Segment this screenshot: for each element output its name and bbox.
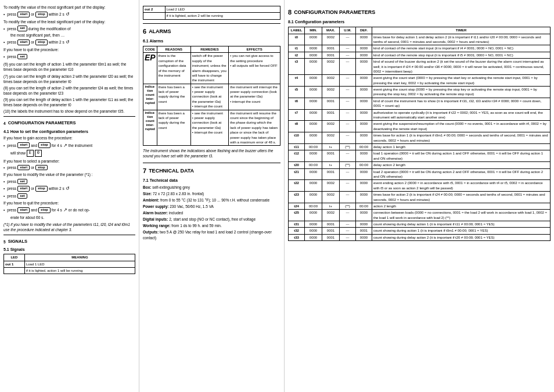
sec4-1-title: 4.1 How to set the configuration paramet… [3, 129, 135, 135]
start-button-ref: start [17, 12, 30, 17]
intro-text-2: To modify the value of the least signifi… [3, 19, 135, 24]
config-row-t32: t32 0000 0001 --- 0001 count showing dur… [289, 228, 551, 234]
out1-meaning: Load 1 LED [24, 261, 135, 267]
alarm-row-ep: EP there is the corruption of the config… [143, 53, 280, 84]
footnote-1: (*1) if you have to modify the value of … [3, 222, 135, 232]
middle-column: out 2 Load 2 LED if it is lighted, actio… [139, 0, 285, 392]
out1-led: out 1 [4, 261, 25, 267]
t1-label: t1 [289, 45, 305, 52]
alarm-reasons-header: REASONS [157, 46, 190, 52]
config-row-t10: t10 0000 0002 --- 0000 times base for ac… [289, 132, 551, 144]
tech-ambient: Ambient: from 0 to 55 °C (32 to 131 °F);… [143, 197, 280, 203]
select-intro: If you have to select a parameter: [3, 159, 135, 164]
t25-desc: connection between loads (0000 = no conn… [372, 210, 551, 221]
signal-row-out1-sub: if it is lighted, action 1 will be runni… [4, 267, 135, 274]
config-row-t7: t7 0000 0001 --- 0000 authorization to o… [289, 109, 551, 121]
start-btn-mod: start [17, 186, 30, 192]
t20-desc: delay action 2 length [372, 162, 551, 168]
t22-label: t22 [289, 180, 305, 192]
t4-desc: event giving the count start (0000 = by … [372, 75, 551, 87]
col-timer: TIMER [372, 27, 551, 34]
signals-table: LED MEANING out 1 Load 1 LED if it is li… [3, 254, 135, 274]
sec7-1-title: 7.1 Technical data [143, 178, 280, 184]
alarm-effects-header: EFFECTS [229, 46, 280, 52]
tech-buzzer: Alarm buzzer: included [143, 210, 280, 215]
instrument-note: The instrument shows the indications abo… [143, 148, 280, 159]
t7-desc: authorization to operate cyclically (it … [372, 109, 551, 121]
t4-label: t4 [289, 75, 305, 87]
t12-label: t12 [289, 150, 305, 162]
config-row-t1: t1 0000 0001 --- 0000 kind of contact of… [289, 45, 551, 52]
t7-label: t7 [289, 109, 305, 121]
config-row-t21: t21 0000 0001 --- 0000 load 2 operation … [289, 168, 551, 180]
col-max: MAX. [322, 27, 340, 34]
start-btn-quit: start [17, 207, 30, 213]
out2-sub: if it is lighted, action 2 will be runni… [165, 13, 280, 19]
t3-desc: kind of sound of the buzzer during actio… [372, 59, 551, 75]
tech-box: Box: self-extinguishing grey [143, 185, 280, 190]
sec8-1-title: 8.1 Configuration parameters [288, 19, 551, 25]
stop-button-ref-2: stop [35, 39, 48, 45]
signal-row-out2-sub: if it is lighted, action 2 will be runni… [143, 13, 280, 19]
stop-btn-quit: stop [38, 207, 51, 213]
t22-desc: event ending action 2 (0000 = in accorda… [372, 180, 551, 192]
t0-um: --- [340, 34, 356, 45]
t0-def: 0000 [356, 34, 372, 45]
config-row-t22: t22 0000 0002 --- 0000 event ending acti… [289, 180, 551, 192]
tech-power: Power supply: 230 Vac, 50/60 Hz, 1.5 VA [143, 204, 280, 209]
config-row-t31: t31 0000 0001 --- 0000 count showing dur… [289, 221, 551, 228]
set-button-ref-1: set [17, 26, 27, 31]
col-um: U.M. [340, 27, 356, 34]
t0-min: 0000 [305, 34, 322, 45]
alarms-table: CODE REASONS REMEDIES EFFECTS EP there i… [143, 46, 280, 146]
config-row-t5: t5 0000 0002 --- 0000 event giving the c… [289, 87, 551, 98]
t31-label: t31 [289, 221, 305, 228]
set-button-ref-2: set [17, 54, 27, 60]
t10-label: t10 [289, 132, 305, 144]
stop-btn-select: stop [35, 165, 48, 171]
tech-digital: Digital inputs: 2, start and stop (NO or… [143, 217, 280, 222]
t5-desc: event giving the count stop (0000 = by p… [372, 87, 551, 98]
config-row-t8: t8 0000 0002 --- 0000 event giving the s… [289, 121, 551, 132]
alarm-ind2-effects: the instrument will resume the count sin… [229, 110, 280, 146]
tech-size: Size: 72 x 72 (2.83 x 2.83 in. frontal) [143, 191, 280, 196]
press-access: • press start and stop for 4 s ↗ the ins… [3, 142, 135, 149]
t31-desc: count showing during delay action 1 (it … [372, 221, 551, 228]
alarm-ind1-remedies: • see the instrument• power supply conne… [190, 84, 228, 110]
config-row-t0: t0 0000 0002 --- 0000 times base for del… [289, 34, 551, 45]
col-def: DEF. [356, 27, 372, 34]
t8-desc: event giving the suspension/resumption o… [372, 121, 551, 132]
modify-intro: If you have to modify the value of the p… [3, 172, 135, 177]
t33-label: t33 [289, 234, 305, 240]
start-btn-access: start [17, 142, 30, 148]
config-row-t2: t2 0000 0001 --- 0000 kind of contact of… [289, 52, 551, 58]
t2-label: t2 [289, 52, 305, 58]
config-row-t3: t3 0000 0002 --- 0000 kind of sound of t… [289, 59, 551, 75]
t5-label: t5 [289, 87, 305, 98]
alarm-ind2-remedies: • see the instrument• power supply conne… [190, 110, 228, 146]
alarm-ind1-effects: the instrument will interrupt the power … [229, 84, 280, 110]
t0-desc: times base for delay action 1 and delay … [372, 34, 551, 45]
note-9: (9) you can set the length of delay acti… [3, 97, 135, 107]
note-8: (8) you can set the length of action 2 w… [3, 85, 135, 96]
t12-desc: load 1 operation (0000 = it will be ON d… [372, 150, 551, 162]
alarm-ind1-code: indica-tioncountinter-rupted [143, 84, 157, 110]
alarm-row-indication-2: indica-tioncountinter-rupted there has b… [143, 110, 280, 146]
press-line-4: • press set [3, 54, 135, 60]
set-btn-mod-2: set [17, 193, 27, 199]
t20-label: t20 [289, 162, 305, 168]
config-table: LABEL MIN. MAX. U.M. DEF. TIMER t0 0000 … [288, 27, 551, 241]
press-line-3: • press start or stop within 2 s ↺ [3, 39, 135, 45]
alarm-ep-remedies: switch off the power supply of the instr… [190, 53, 228, 84]
sec5-header: 5 SIGNALS [3, 239, 135, 245]
press-line-2: • press set during the modification of [3, 26, 135, 31]
press-quit: • press start and stop for 4 s ↗ or do n… [3, 207, 135, 213]
out1-sub: if it is lighted, action 1 will be runni… [24, 267, 135, 274]
press-select: • press start or stop [3, 165, 135, 171]
stop-btn-access: stop [38, 142, 51, 148]
signals-led-header: LED [4, 254, 25, 261]
start-button-ref-2: start [17, 39, 30, 45]
t1-desc: kind of contact of the remote start inpu… [372, 45, 551, 52]
signal-row-out2: out 2 Load 2 LED [143, 6, 280, 13]
sec4-header: 4 CONFIGURATION PARAMETERS [3, 120, 135, 127]
